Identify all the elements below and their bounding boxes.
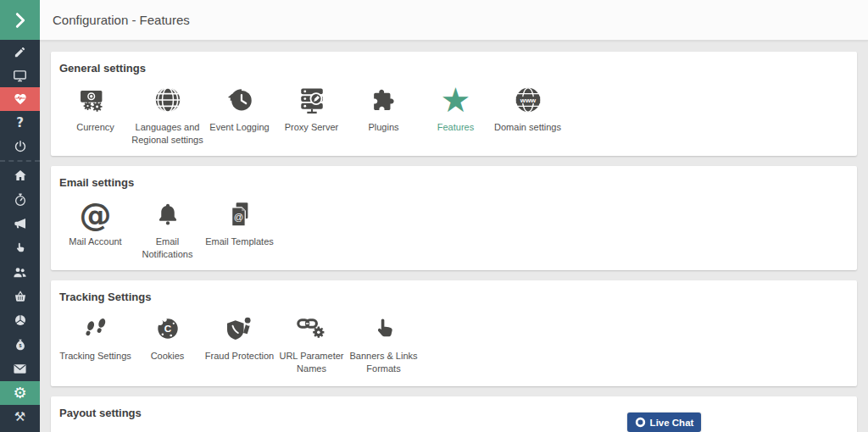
settings-items-row: CurrencyLanguages and Regional settingsE…	[59, 83, 850, 147]
settings-item-banners-links-formats[interactable]: Banners & Links Formats	[348, 312, 420, 375]
settings-item-event-logging[interactable]: Event Logging	[203, 83, 275, 134]
sidebar-item-edit[interactable]	[0, 40, 40, 64]
settings-items-row: Tracking SettingsCCookiesFraud Protectio…	[59, 312, 850, 375]
sidebar-toggle-button[interactable]	[0, 0, 40, 40]
settings-item-label: Tracking Settings	[59, 350, 131, 363]
sidebar: ? $⚙⚒	[0, 0, 40, 432]
settings-item-label: Email Templates	[205, 235, 274, 248]
settings-item-label: Banners & Links Formats	[348, 350, 420, 375]
sidebar-item-tools[interactable]: ⚒	[0, 405, 40, 429]
settings-item-fraud-protection[interactable]: Fraud Protection	[203, 312, 275, 363]
svg-text:www: www	[519, 97, 536, 104]
livechat-ring-icon	[635, 417, 646, 428]
money-bag-icon: $	[14, 338, 27, 352]
email-template-icon: @	[227, 197, 253, 231]
sidebar-item-users[interactable]	[0, 260, 40, 285]
section-title: Tracking Settings	[59, 291, 850, 303]
settings-item-label: Plugins	[368, 121, 398, 134]
sidebar-item-clicks[interactable]	[0, 236, 40, 261]
settings-item-tracking-settings[interactable]: Tracking Settings	[59, 312, 131, 363]
home-icon	[14, 169, 27, 182]
stopwatch-icon	[14, 193, 27, 207]
svg-text:$: $	[19, 343, 21, 348]
envelope-icon	[13, 362, 27, 376]
settings-item-label: Languages and Regional settings	[131, 121, 203, 147]
section-title: Payout settings	[59, 407, 850, 419]
main-content: General settingsCurrencyLanguages and Re…	[40, 41, 868, 432]
sidebar-item-monitor[interactable]	[0, 64, 40, 87]
puzzle-icon	[370, 83, 398, 117]
settings-item-label: Domain settings	[494, 121, 561, 134]
monitor-icon	[13, 69, 27, 83]
basket-icon	[14, 290, 27, 303]
tools-icon: ⚒	[14, 411, 25, 424]
settings-item-domain-settings[interactable]: wwwDomain settings	[492, 83, 564, 134]
settings-item-currency[interactable]: Currency	[59, 83, 131, 134]
globe-icon	[153, 83, 182, 117]
settings-items-row: @Mail AccountEmail Notifications@Email T…	[59, 197, 850, 261]
link-gear-icon	[297, 312, 327, 346]
settings-item-languages-and-regional-settings[interactable]: Languages and Regional settings	[131, 83, 203, 147]
header: Configuration - Features	[40, 0, 868, 41]
settings-item-label: Features	[437, 121, 474, 134]
section-card-tracking-settings: Tracking SettingsTracking SettingsCCooki…	[51, 280, 857, 386]
settings-item-proxy-server[interactable]: Proxy Server	[275, 83, 348, 134]
sidebar-item-timer[interactable]	[0, 188, 40, 213]
history-clock-icon	[225, 83, 254, 117]
sidebar-item-reports[interactable]	[0, 308, 40, 333]
chevron-right-icon	[11, 11, 30, 30]
settings-item-mail-account[interactable]: @Mail Account	[59, 197, 131, 248]
settings-item-label: Fraud Protection	[205, 350, 274, 363]
svg-text:@: @	[233, 212, 242, 222]
sidebar-item-payouts[interactable]: $	[0, 333, 40, 357]
sidebar-bottom-group: $⚙⚒	[0, 163, 40, 429]
pointer-icon	[14, 241, 26, 254]
power-icon	[14, 140, 27, 153]
settings-item-features[interactable]: ★Features	[420, 83, 492, 134]
www-globe-icon: www	[514, 83, 542, 117]
settings-item-label: Cookies	[151, 350, 185, 363]
settings-item-cookies[interactable]: CCookies	[131, 312, 203, 363]
settings-item-label: Event Logging	[209, 121, 269, 134]
section-title: Email settings	[59, 176, 850, 189]
bell-icon	[155, 197, 181, 231]
sidebar-top-group: ?	[0, 40, 40, 158]
heartbeat-icon	[14, 92, 27, 106]
cookie-icon: C	[154, 312, 181, 346]
settings-item-email-notifications[interactable]: Email Notifications	[131, 197, 203, 261]
server-icon	[298, 83, 326, 117]
sidebar-item-configuration[interactable]: ⚙	[0, 381, 40, 406]
sidebar-item-health[interactable]	[0, 87, 40, 111]
settings-item-email-templates[interactable]: @Email Templates	[203, 197, 275, 248]
sidebar-item-mail[interactable]	[0, 357, 40, 381]
megaphone-icon	[14, 217, 27, 230]
users-icon	[13, 265, 27, 280]
star-icon: ★	[441, 83, 471, 117]
svg-text:C: C	[164, 323, 171, 334]
sidebar-item-campaigns[interactable]	[0, 212, 40, 236]
page-title: Configuration - Features	[40, 13, 190, 27]
sidebar-divider	[0, 160, 40, 162]
at-sign-icon: @	[80, 197, 112, 231]
hand-click-icon	[371, 312, 397, 346]
section-card-general-settings: General settingsCurrencyLanguages and Re…	[51, 52, 857, 156]
sidebar-item-power[interactable]	[0, 135, 40, 158]
settings-item-url-parameter-names[interactable]: URL Parameter Names	[275, 312, 348, 375]
section-card-payout-settings: Payout settings	[51, 396, 857, 432]
settings-item-label: URL Parameter Names	[275, 350, 348, 375]
gear-icon: ⚙	[13, 385, 26, 401]
currency-icon	[80, 83, 112, 117]
sidebar-item-help[interactable]: ?	[0, 111, 40, 135]
settings-item-plugins[interactable]: Plugins	[348, 83, 420, 134]
section-title: General settings	[59, 62, 850, 75]
section-card-email-settings: Email settings@Mail AccountEmail Notific…	[51, 166, 857, 270]
footprints-icon	[81, 312, 110, 346]
live-chat-button[interactable]: Live Chat	[627, 413, 701, 432]
question-icon: ?	[16, 117, 24, 130]
settings-item-label: Proxy Server	[285, 121, 339, 134]
live-chat-label: Live Chat	[650, 418, 694, 428]
pencil-icon	[14, 46, 26, 58]
sidebar-item-home[interactable]	[0, 163, 40, 188]
sidebar-item-orders[interactable]	[0, 285, 40, 309]
settings-item-label: Mail Account	[69, 235, 121, 248]
